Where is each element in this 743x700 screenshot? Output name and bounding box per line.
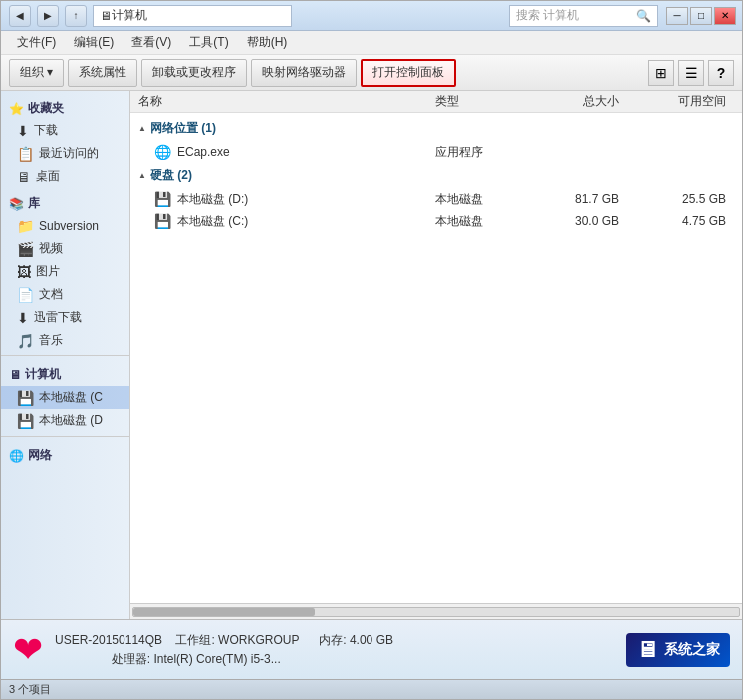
disk-c-total: 30.0 GB [535,214,634,228]
watermark-computer-icon: 🖥 [636,637,658,663]
sidebar: ⭐ 收藏夹 ⬇ 下载 📋 最近访问的 🖥 桌面 [1,91,130,619]
sidebar-item-music[interactable]: 🎵 音乐 [1,329,129,351]
sidebar-item-documents[interactable]: 📄 文档 [1,283,129,306]
sidebar-item-svn[interactable]: 📁 Subversion [1,215,129,237]
star-icon: ⭐ [9,102,24,116]
column-headers: 名称 类型 总大小 可用空间 [130,91,742,113]
sidebar-desktop-label: 桌面 [36,168,60,185]
menu-help[interactable]: 帮助(H) [239,32,296,53]
back-button[interactable]: ◀ [9,5,31,27]
ecap-type: 应用程序 [435,144,535,161]
file-list: 网络位置 (1) 🌐 ECap.exe 应用程序 硬盘 (2) 💾 本地磁盘 (… [130,113,742,603]
minimize-button[interactable]: ─ [666,7,688,25]
disk-d-file-icon: 💾 [154,191,171,207]
memory-label: 内存: [319,633,346,647]
sidebar-library-section: 📚 库 📁 Subversion 🎬 视频 🖼 图片 📄 文档 [1,192,129,351]
library-icon: 📚 [9,197,24,211]
workgroup-label: 工作组: [175,633,214,647]
section-network-label: 网络位置 (1) [150,120,216,137]
help-button[interactable]: ? [708,60,734,86]
sidebar-item-desktop[interactable]: 🖥 桌面 [1,165,129,188]
sidebar-item-recent[interactable]: 📋 最近访问的 [1,142,129,165]
sidebar-item-download[interactable]: ⬇ 下载 [1,119,129,142]
status-heart-icon: ❤ [13,629,43,671]
sidebar-disk-d-label: 本地磁盘 (D [39,412,103,429]
ecap-icon: 🌐 [154,144,171,160]
map-drive-button[interactable]: 映射网络驱动器 [251,59,357,87]
titlebar: ◀ ▶ ↑ 🖥 计算机 搜索 计算机 🔍 ─ □ ✕ [1,1,742,31]
titlebar-right: 搜索 计算机 🔍 ─ □ ✕ [509,5,736,27]
content-area: 名称 类型 总大小 可用空间 网络位置 (1) 🌐 ECap.exe 应用程序 [130,91,742,619]
main-window: ◀ ▶ ↑ 🖥 计算机 搜索 计算机 🔍 ─ □ ✕ 文件(F) 编辑(E) 查… [0,0,743,700]
view-toggle-button[interactable]: ⊞ [648,60,674,86]
sidebar-item-disk-c[interactable]: 💾 本地磁盘 (C [1,386,129,409]
forward-button[interactable]: ▶ [37,5,59,27]
toolbar: 组织 ▾ 系统属性 卸载或更改程序 映射网络驱动器 打开控制面板 ⊞ ☰ ? [1,55,742,91]
properties-button[interactable]: 系统属性 [68,59,137,87]
disk-d-total: 81.7 GB [535,192,634,206]
sidebar-music-label: 音乐 [39,332,63,349]
up-button[interactable]: ↑ [65,5,87,27]
file-row-ecap[interactable]: 🌐 ECap.exe 应用程序 [130,141,742,163]
pictures-icon: 🖼 [17,264,31,280]
processor-label: 处理器: [112,652,150,666]
file-row-disk-c[interactable]: 💾 本地磁盘 (C:) 本地磁盘 30.0 GB 4.75 GB [130,210,742,232]
file-row-disk-d[interactable]: 💾 本地磁盘 (D:) 本地磁盘 81.7 GB 25.5 GB [130,188,742,210]
thunder-icon: ⬇ [17,310,29,326]
view-details-button[interactable]: ☰ [678,60,704,86]
col-header-type: 类型 [435,93,535,110]
processor-value: Intel(R) Core(TM) i5-3... [153,652,280,666]
section-disks: 硬盘 (2) [130,163,742,188]
disk-c-free: 4.75 GB [634,214,734,228]
sidebar-item-pictures[interactable]: 🖼 图片 [1,260,129,283]
menu-edit[interactable]: 编辑(E) [66,32,122,53]
sidebar-favorites-header: ⭐ 收藏夹 [1,97,129,119]
maximize-button[interactable]: □ [690,7,712,25]
ecap-name: ECap.exe [177,145,435,159]
disk-d-free: 25.5 GB [634,192,734,206]
path-icon: 🖥 [100,9,112,23]
favorites-label: 收藏夹 [28,100,64,117]
network-label: 网络 [28,447,52,464]
scrollbar-track[interactable] [132,607,740,617]
sidebar-recent-label: 最近访问的 [39,145,99,162]
menu-file[interactable]: 文件(F) [9,32,64,53]
sidebar-computer-header[interactable]: 🖥 计算机 [1,363,129,386]
col-header-name: 名称 [138,93,435,110]
disk-c-name: 本地磁盘 (C:) [177,213,435,230]
watermark-text: 系统之家 [664,641,720,659]
network-icon: 🌐 [9,449,24,463]
uninstall-button[interactable]: 卸载或更改程序 [141,59,247,87]
search-icon: 🔍 [636,9,651,23]
organize-button[interactable]: 组织 ▾ [9,59,64,87]
sidebar-item-thunder[interactable]: ⬇ 迅雷下载 [1,306,129,329]
menu-view[interactable]: 查看(V) [124,32,179,53]
menu-tools[interactable]: 工具(T) [181,32,236,53]
address-bar[interactable]: 🖥 计算机 [93,5,292,27]
path-text: 计算机 [112,7,147,24]
sidebar-video-label: 视频 [39,240,63,257]
toolbar-right: ⊞ ☰ ? [648,60,734,86]
sidebar-network-section: 🌐 网络 [1,444,129,467]
close-button[interactable]: ✕ [714,7,736,25]
statusbar: ❤ USER-20150114QB 工作组: WORKGROUP 内存: 4.0… [1,619,742,679]
sidebar-network-header[interactable]: 🌐 网络 [1,444,129,467]
video-icon: 🎬 [17,241,34,257]
watermark: 🖥 系统之家 [626,633,730,667]
sidebar-item-disk-d[interactable]: 💾 本地磁盘 (D [1,409,129,432]
sidebar-library-header: 📚 库 [1,192,129,215]
sidebar-docs-label: 文档 [39,286,63,303]
computer-icon: 🖥 [9,368,21,382]
sidebar-disk-c-label: 本地磁盘 (C [39,389,103,406]
search-box[interactable]: 搜索 计算机 🔍 [509,5,658,27]
horizontal-scrollbar[interactable] [130,603,742,619]
sidebar-pictures-label: 图片 [36,263,60,280]
sidebar-item-video[interactable]: 🎬 视频 [1,237,129,260]
disk-c-icon: 💾 [17,390,34,406]
status-info: USER-20150114QB 工作组: WORKGROUP 内存: 4.00 … [55,632,393,668]
library-label: 库 [28,195,40,212]
control-panel-button[interactable]: 打开控制面板 [361,59,456,87]
scrollbar-thumb[interactable] [133,608,315,616]
status-processor-line: 处理器: Intel(R) Core(TM) i5-3... [55,651,393,668]
disk-c-file-icon: 💾 [154,213,171,229]
